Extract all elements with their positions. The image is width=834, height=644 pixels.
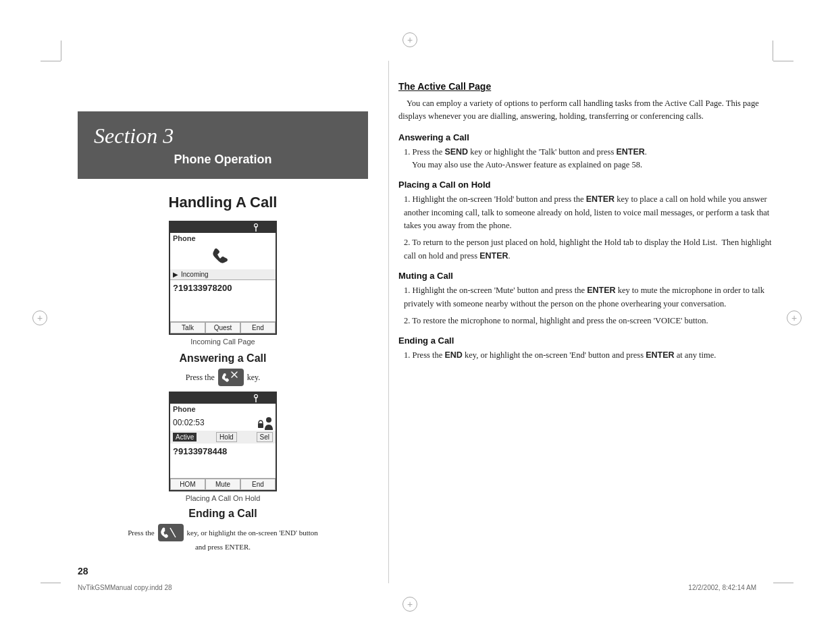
press-send-line: Press the key. (78, 369, 368, 386)
subheading-hold: Placing a Call on Hold (398, 180, 777, 190)
active-battery-icon (263, 396, 273, 401)
incoming-number: ?19133978200 (170, 279, 276, 296)
handset-icon-incoming (212, 246, 234, 265)
place-hold-caption: Placing A Call On Hold (78, 494, 368, 502)
page: Section 3 Phone Operation Handling A Cal… (0, 0, 834, 644)
section-header-box: Section 3 Phone Operation (78, 111, 368, 179)
send-key-icon (218, 369, 244, 386)
hline-bl (41, 583, 61, 583)
key-label: key. (247, 373, 261, 383)
hold-tab[interactable]: Hold (216, 432, 237, 442)
active-screen-phone-label: Phone (170, 404, 276, 414)
active-number: ?9133978448 (170, 444, 276, 459)
handling-title: Handling A Call (78, 194, 368, 211)
muting-para: 1. Highlight the on-screen 'Mute' button… (398, 284, 777, 327)
hline-tl (41, 61, 61, 61)
phone-icon-area (170, 244, 276, 269)
incoming-screen-buttons: Talk Quest End (170, 321, 276, 333)
section-title: Phone Operation (94, 153, 352, 167)
subheading-ending: Ending a Call (398, 336, 777, 346)
end-key-text: key, or highlight the on-screen 'END' bu… (187, 529, 318, 537)
incoming-screen-phone-label: Phone (170, 233, 276, 244)
active-screen-header (170, 393, 276, 404)
active-screen-time: 00:02:53 (170, 414, 276, 431)
incoming-caption: Incoming Call Page (78, 338, 368, 346)
svg-point-5 (266, 417, 271, 423)
vline-tl (61, 41, 61, 61)
end-press-the-label: Press the (128, 529, 154, 537)
column-divider (388, 61, 389, 583)
talk-button[interactable]: Talk (170, 322, 205, 333)
mute-button[interactable]: Mute (205, 479, 240, 490)
answering-para: 1. Press the SEND key or highlight the '… (398, 146, 777, 172)
signal-bars (173, 225, 180, 231)
incoming-tag: ▶ Incoming (170, 269, 276, 279)
active-call-screen: Phone 00:02:53 Active Hold Sel ?91339784… (169, 392, 277, 491)
crosshair-right (787, 311, 802, 325)
active-call-title: The Active Call Page (398, 81, 777, 92)
press-the-label: Press the (186, 373, 215, 383)
sel-tab[interactable]: Sel (257, 432, 273, 442)
active-tabs-row: Active Hold Sel (170, 431, 276, 444)
svg-rect-2 (218, 369, 244, 386)
quest-button[interactable]: Quest (205, 322, 240, 333)
signal-icon (173, 224, 180, 232)
active-antenna-icon (253, 394, 259, 402)
intro-paragraph: You can employ a variety of options to p… (398, 97, 777, 123)
ending-call-heading: Ending a Call (78, 508, 368, 520)
svg-rect-6 (258, 423, 263, 428)
active-screen-buttons: HOM Mute End (170, 478, 276, 490)
person-icon (258, 415, 273, 430)
ending-para: 1. Press the END key, or highlight the o… (398, 349, 777, 362)
incoming-call-screen: Phone ▶ Incoming ?19133978200 Talk Quest… (169, 221, 277, 335)
end-key-icon (158, 524, 184, 541)
crosshair-left (32, 311, 47, 325)
hline-tr (773, 61, 793, 61)
crosshair-top (402, 32, 417, 47)
active-signal-icon (173, 395, 180, 402)
section-number: Section 3 (94, 124, 352, 149)
footer-date: 12/2/2002, 8:42:14 AM (688, 584, 756, 591)
end-button[interactable]: End (240, 322, 276, 333)
active-end-button[interactable]: End (240, 479, 276, 490)
incoming-screen-header (170, 222, 276, 233)
hom-button[interactable]: HOM (170, 479, 205, 490)
active-tab[interactable]: Active (173, 433, 197, 441)
subheading-answering: Answering a Call (398, 132, 777, 142)
left-column: Section 3 Phone Operation Handling A Cal… (78, 61, 368, 583)
antenna-icon (253, 223, 259, 232)
crosshair-bottom (402, 597, 417, 612)
page-number: 28 (78, 566, 88, 576)
end-enter-text: and press ENTER. (78, 543, 368, 551)
right-column: The Active Call Page You can employ a va… (398, 81, 777, 583)
end-press-line: Press the key, or highlight the on-scree… (78, 524, 368, 541)
answering-heading: Answering a Call (78, 352, 368, 365)
hold-para: 1. Highlight the on-screen 'Hold' button… (398, 193, 777, 263)
subheading-muting: Muting a Call (398, 271, 777, 281)
footer-filename: NvTikGSMManual copy.indd 28 (78, 584, 172, 591)
battery-icon (263, 225, 273, 230)
vline-tr (773, 41, 773, 61)
